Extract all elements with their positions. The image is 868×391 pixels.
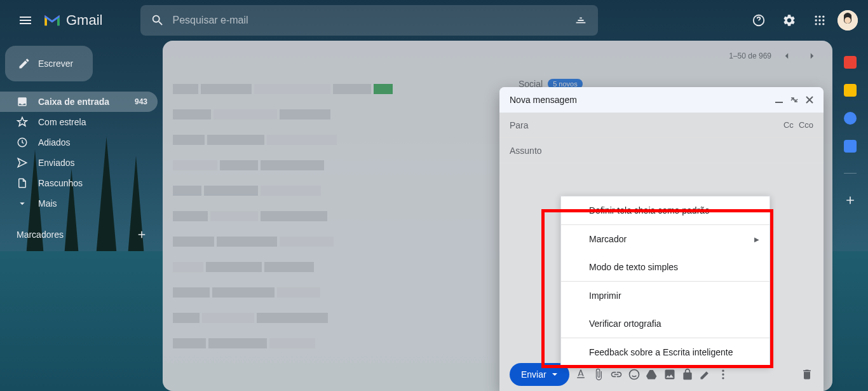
svg-rect-13 xyxy=(775,102,783,103)
emoji-icon[interactable] xyxy=(628,368,641,381)
compose-header[interactable]: Nova mensagem xyxy=(499,87,824,113)
apps-button[interactable] xyxy=(807,8,832,33)
compose-title: Nova mensagem xyxy=(510,95,577,105)
svg-point-1 xyxy=(815,16,817,18)
side-panel xyxy=(832,41,868,207)
image-icon[interactable] xyxy=(663,368,676,381)
account-avatar[interactable] xyxy=(837,10,858,31)
clock-icon xyxy=(17,137,28,148)
svg-point-7 xyxy=(815,23,817,25)
fullscreen-button[interactable] xyxy=(790,96,798,104)
compose-label: Escrever xyxy=(38,58,73,69)
close-button[interactable] xyxy=(806,96,813,104)
compose-button[interactable]: Escrever xyxy=(5,46,93,81)
more-options-button[interactable] xyxy=(717,368,729,381)
confidential-icon[interactable] xyxy=(681,368,694,381)
discard-button[interactable] xyxy=(801,368,813,381)
bcc-button[interactable]: Cco xyxy=(799,120,813,130)
add-addon-button[interactable] xyxy=(844,194,857,207)
svg-point-16 xyxy=(722,373,724,375)
sidebar-item-snoozed[interactable]: Adiados xyxy=(0,132,158,153)
labels-section-header: Marcadores xyxy=(0,229,158,240)
sidebar-item-label: Rascunhos xyxy=(38,178,83,188)
sidebar-item-label: Adiados xyxy=(38,137,71,147)
menu-item-label[interactable]: Marcador ▶ xyxy=(561,225,770,253)
menu-item-fullscreen-default[interactable]: Definir tela cheia como padrão xyxy=(561,196,770,224)
star-icon xyxy=(17,116,28,128)
sidebar-item-more[interactable]: Mais xyxy=(0,193,158,214)
svg-point-14 xyxy=(629,370,639,380)
sidebar-item-drafts[interactable]: Rascunhos xyxy=(0,173,158,193)
svg-point-8 xyxy=(818,23,820,25)
svg-point-9 xyxy=(822,23,824,25)
minimize-button[interactable] xyxy=(775,96,783,104)
app-header: Gmail xyxy=(0,0,868,41)
gmail-logo[interactable]: Gmail xyxy=(43,12,102,29)
menu-item-print[interactable]: Imprimir xyxy=(561,282,770,310)
attach-icon[interactable] xyxy=(592,368,605,381)
sidebar-item-label: Enviados xyxy=(38,158,75,168)
contacts-icon[interactable] xyxy=(844,140,857,153)
sidebar-item-label: Caixa de entrada xyxy=(38,97,109,107)
chevron-down-icon xyxy=(17,198,28,209)
inbox-icon xyxy=(17,96,28,107)
calendar-icon[interactable] xyxy=(844,56,857,69)
svg-point-11 xyxy=(844,17,851,24)
send-icon xyxy=(17,157,28,168)
sidebar-item-starred[interactable]: Com estrela xyxy=(0,112,158,132)
logo-text: Gmail xyxy=(66,12,102,29)
tasks-icon[interactable] xyxy=(844,112,857,125)
to-field[interactable]: Para Cc Cco xyxy=(499,113,824,138)
drive-icon[interactable] xyxy=(646,368,658,381)
pencil-icon xyxy=(18,57,31,70)
sidebar-item-inbox[interactable]: Caixa de entrada 943 xyxy=(0,92,158,112)
sidebar-item-sent[interactable]: Enviados xyxy=(0,153,158,173)
main-menu-button[interactable] xyxy=(10,5,41,36)
svg-point-6 xyxy=(822,19,824,21)
subject-field[interactable]: Assunto xyxy=(499,138,824,163)
menu-item-spellcheck[interactable]: Verificar ortografia xyxy=(561,310,770,338)
menu-item-plain-text[interactable]: Modo de texto simples xyxy=(561,253,770,281)
draft-icon xyxy=(17,177,28,189)
search-options-icon[interactable] xyxy=(574,13,588,27)
menu-item-smart-compose-feedback[interactable]: Feedback sobre a Escrita inteligente xyxy=(561,338,770,366)
svg-point-4 xyxy=(815,19,817,21)
format-icon[interactable] xyxy=(574,368,587,381)
inbox-count: 943 xyxy=(135,97,147,106)
signature-icon[interactable] xyxy=(699,368,712,381)
search-input[interactable] xyxy=(172,15,574,26)
chevron-right-icon: ▶ xyxy=(754,236,759,243)
sidebar: Escrever Caixa de entrada 943 Com estrel… xyxy=(0,41,163,391)
send-dropdown-icon[interactable] xyxy=(552,371,558,378)
svg-point-17 xyxy=(722,377,724,379)
search-bar[interactable] xyxy=(140,5,598,36)
sidebar-item-label: Mais xyxy=(38,198,57,209)
add-label-button[interactable] xyxy=(136,229,147,240)
help-button[interactable] xyxy=(746,8,771,33)
cc-button[interactable]: Cc xyxy=(783,120,794,130)
svg-point-2 xyxy=(818,16,820,18)
search-icon xyxy=(151,13,165,27)
svg-point-15 xyxy=(722,370,724,372)
svg-point-3 xyxy=(822,16,824,18)
sidebar-item-label: Com estrela xyxy=(38,117,86,127)
keep-icon[interactable] xyxy=(844,84,857,97)
settings-button[interactable] xyxy=(776,8,802,33)
more-options-menu: Definir tela cheia como padrão Marcador … xyxy=(560,196,770,367)
svg-point-5 xyxy=(818,19,820,21)
link-icon[interactable] xyxy=(610,368,623,381)
